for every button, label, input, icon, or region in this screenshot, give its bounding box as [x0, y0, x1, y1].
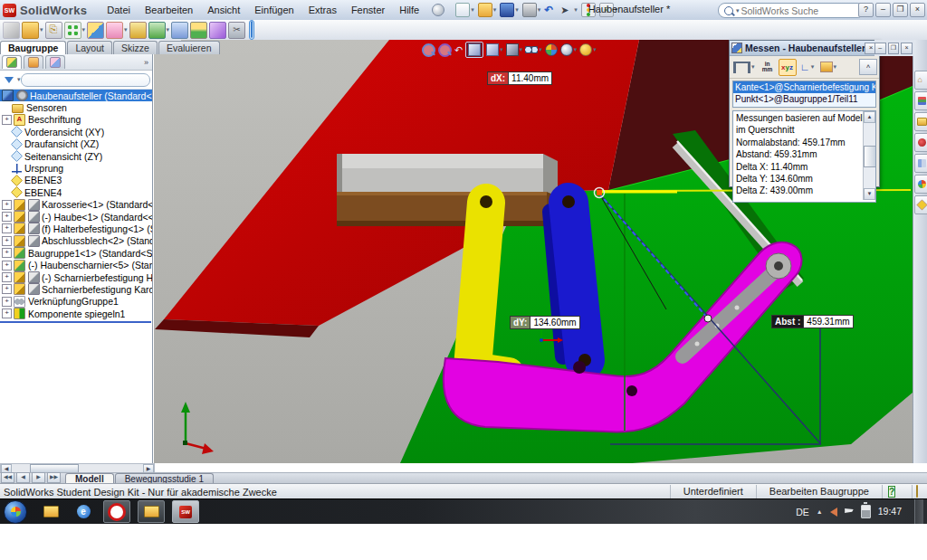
taskbar-internet-explorer-button[interactable]: e — [71, 501, 96, 522]
zoom-to-area-button[interactable] — [438, 43, 452, 57]
tree-item-karosserie[interactable]: +Karosserie<1> (Standard<<Sta — [0, 199, 152, 211]
custom-properties-button[interactable] — [914, 195, 927, 214]
apply-scene-button[interactable]: ▾ — [560, 43, 578, 56]
filter-funnel-icon[interactable] — [5, 77, 14, 83]
quick-tips-icon[interactable]: ? — [888, 486, 895, 498]
tree-item-sensoren[interactable]: Sensoren — [0, 101, 152, 113]
tab-nav-last-icon[interactable]: ▶▶ — [47, 472, 61, 483]
tree-item-halterbefestigung[interactable]: +(f) Halterbefestigung<1> (Star — [0, 223, 152, 234]
display-style-button[interactable]: ▾ — [506, 43, 523, 56]
move-component-icon[interactable] — [148, 22, 166, 39]
menu-ansicht[interactable]: Ansicht — [200, 3, 247, 17]
show-desktop-button[interactable] — [914, 499, 923, 524]
section-view-button-active[interactable] — [465, 42, 483, 58]
language-indicator[interactable]: DE — [796, 507, 809, 517]
tree-item-vorderansicht[interactable]: Vorderansicht (XY) — [0, 126, 152, 138]
expand-icon[interactable]: + — [2, 236, 12, 246]
collapse-chevron-icon[interactable]: ˄ — [859, 59, 877, 75]
start-button[interactable] — [4, 500, 27, 524]
distance-callout[interactable]: Abst : 459.31mm — [771, 315, 854, 328]
tree-item-baugruppe1[interactable]: +Baugruppe1<1> (Standard<Stand — [0, 247, 152, 259]
interference-detection-icon[interactable]: ✂ — [228, 22, 245, 39]
expand-icon[interactable]: + — [2, 272, 12, 282]
selection-item-kante[interactable]: Kante<1>@Scharnierbefestigung Karo — [733, 81, 875, 93]
solidworks-forum-button[interactable] — [914, 133, 927, 152]
measurement-history-button[interactable]: ▾ — [818, 59, 839, 76]
doc-close-icon[interactable]: × — [901, 43, 913, 54]
menu-extras[interactable]: Extras — [301, 3, 344, 17]
expand-icon[interactable]: + — [2, 248, 12, 258]
feature-tree-tab[interactable] — [2, 55, 22, 69]
view-orientation-button[interactable]: ▾ — [486, 43, 503, 56]
tab-baugruppe[interactable]: Baugruppe — [0, 41, 66, 54]
coordinate-system-button[interactable]: ∟▾ — [798, 59, 817, 76]
scroll-up-icon[interactable]: ▲ — [864, 111, 875, 123]
measure-button-active[interactable] — [249, 20, 254, 40]
restore-button[interactable]: ❐ — [893, 3, 908, 17]
units-button[interactable]: inmm — [759, 59, 777, 76]
new-document-button[interactable]: ▾ — [454, 2, 475, 18]
expand-icon[interactable]: + — [2, 308, 12, 318]
arc-circle-measure-button[interactable]: ▾ — [731, 59, 757, 76]
tree-item-beschriftung[interactable]: +ABeschriftung — [0, 114, 152, 126]
insert-component-icon[interactable] — [3, 22, 20, 39]
menu-datei[interactable]: Datei — [100, 3, 138, 17]
menu-einfuegen[interactable]: Einfügen — [247, 3, 301, 17]
tree-item-ebene3[interactable]: EBENE3 — [0, 175, 152, 186]
taskbar-opera-button[interactable] — [103, 500, 130, 523]
tag-icon[interactable] — [916, 485, 918, 498]
expand-icon[interactable]: + — [2, 223, 12, 233]
tab-layout[interactable]: Layout — [67, 41, 112, 54]
tree-item-haube[interactable]: +(-) Haube<1> (Standard<<Sta — [0, 211, 152, 223]
pin-menu-icon[interactable] — [432, 4, 444, 16]
volume-icon[interactable] — [830, 508, 837, 517]
solidworks-resources-button[interactable]: ⌂ — [914, 71, 927, 90]
appearances-button[interactable] — [914, 175, 927, 194]
close-button[interactable]: × — [910, 3, 925, 17]
tab-skizze[interactable]: Skizze — [113, 41, 158, 54]
expand-icon[interactable]: + — [2, 297, 12, 307]
edit-appearance-button[interactable] — [545, 43, 558, 56]
panel-overflow-chevron-icon[interactable]: » — [144, 58, 148, 67]
minimize-button[interactable]: – — [875, 3, 891, 17]
dy-callout[interactable]: dY: 134.60mm — [510, 316, 580, 329]
tree-filter-input[interactable] — [21, 73, 150, 87]
mate-icon[interactable]: ⎘ — [45, 22, 62, 39]
expand-icon[interactable]: + — [2, 261, 12, 271]
rotate-component-icon[interactable] — [106, 22, 123, 39]
menu-hilfe[interactable]: Hilfe — [392, 3, 426, 17]
expand-icon[interactable]: + — [2, 284, 12, 294]
tree-item-verknuepfunggruppe[interactable]: +VerknüpfungGruppe1 — [0, 296, 152, 308]
tab-nav-next-icon[interactable]: ▶ — [32, 472, 45, 483]
expand-icon[interactable]: + — [2, 115, 12, 125]
tree-item-ursprung[interactable]: Ursprung — [0, 162, 152, 174]
dx-callout[interactable]: dX: 11.40mm — [487, 71, 552, 85]
search-input[interactable] — [740, 5, 843, 17]
action-center-flag-icon[interactable] — [845, 508, 854, 515]
scroll-down-icon[interactable]: ▼ — [864, 188, 875, 200]
expand-icon[interactable]: + — [2, 212, 12, 222]
hide-show-items-button[interactable]: ▾ — [525, 46, 542, 53]
undo-button[interactable]: ↶ — [543, 3, 558, 17]
linear-component-pattern-icon[interactable] — [64, 22, 81, 39]
doc-minimize-icon[interactable]: – — [874, 43, 886, 54]
search-box[interactable]: ▾ — [718, 3, 865, 18]
menu-bearbeiten[interactable]: Bearbeiten — [138, 3, 200, 17]
expand-icon[interactable]: + — [2, 200, 12, 210]
tree-item-abschlussblech[interactable]: +Abschlussblech<2> (Standard — [0, 235, 152, 247]
view-settings-button[interactable]: ▾ — [579, 43, 597, 56]
taskbar-folder-button[interactable] — [138, 500, 165, 523]
zoom-to-fit-button[interactable] — [422, 43, 435, 57]
configuration-manager-tab[interactable] — [45, 55, 65, 69]
xyz-relative-button-active[interactable]: xyz — [779, 59, 797, 76]
tree-item-haubenscharnier[interactable]: +(-) Haubenscharnier<5> (Standar — [0, 259, 152, 271]
exploded-view-icon[interactable] — [171, 22, 188, 39]
tree-rollback-bar[interactable] — [0, 321, 151, 323]
print-button[interactable]: ▾ — [521, 2, 542, 18]
property-manager-tab[interactable] — [24, 55, 43, 69]
selection-item-punkt[interactable]: Punkt<1>@Baugruppe1/Teil11 — [733, 93, 875, 105]
assembly-features-icon[interactable] — [190, 22, 207, 39]
tree-item-root[interactable]: Haubenaufsteller (Standard<Stan — [0, 90, 152, 101]
filter-dropdown-icon[interactable]: ▾ — [17, 76, 21, 83]
view-palette-button[interactable] — [914, 154, 927, 173]
